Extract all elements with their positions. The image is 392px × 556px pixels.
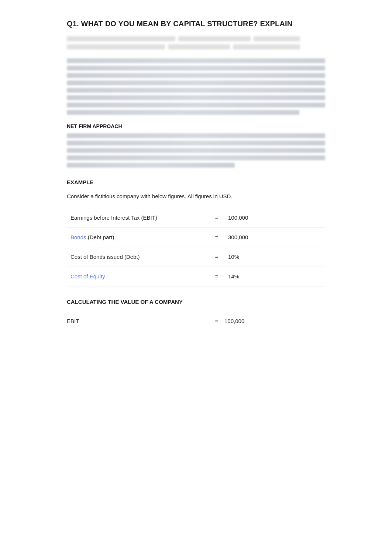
blur-chunk xyxy=(233,44,300,49)
row-equals-cost-bonds: = xyxy=(209,247,224,267)
blur-line xyxy=(67,95,325,100)
blur-line xyxy=(67,155,325,160)
blurred-paragraph-1 xyxy=(67,58,325,115)
blur-line xyxy=(67,103,325,107)
example-section: EXAMPLE Consider a fictitious company wi… xyxy=(67,178,325,286)
blur-row-1 xyxy=(67,36,325,41)
table-row: Earnings before Interest Tax (EBIT) = 10… xyxy=(67,208,325,228)
calc-value-ebit: 100,000 xyxy=(224,317,325,326)
row-equals-ebit: = xyxy=(209,208,224,228)
row-label-ebit: Earnings before Interest Tax (EBIT) xyxy=(67,208,209,228)
calc-heading: CALCULATING THE VALUE OF A COMPANY xyxy=(67,298,325,306)
blur-chunk xyxy=(168,44,230,49)
blur-line xyxy=(67,80,325,85)
row-value-bonds: 300,000 xyxy=(224,228,325,247)
row-value-ebit: 100,000 xyxy=(224,208,325,228)
blur-chunk xyxy=(67,36,175,41)
example-heading: EXAMPLE xyxy=(67,178,325,187)
cost-equity-link[interactable]: Cost of Equity xyxy=(71,273,105,279)
main-title: Q1. WHAT DO YOU MEAN BY CAPITAL STRUCTUR… xyxy=(67,18,325,30)
calc-label-ebit: EBIT xyxy=(67,317,209,326)
blur-row-2 xyxy=(67,44,325,49)
blur-line xyxy=(67,141,325,145)
example-table: Earnings before Interest Tax (EBIT) = 10… xyxy=(67,208,325,286)
blur-chunk xyxy=(178,36,251,41)
bonds-link[interactable]: Bonds xyxy=(71,234,86,240)
row-label-cost-bonds: Cost of Bonds issued (Debt) xyxy=(67,247,209,267)
calc-equals-ebit: = xyxy=(209,317,224,326)
table-row: Cost of Bonds issued (Debt) = 10% xyxy=(67,247,325,267)
row-value-cost-bonds: 10% xyxy=(224,247,325,267)
calc-section: CALCULATING THE VALUE OF A COMPANY EBIT … xyxy=(67,298,325,329)
section-label-net-firm: NET FIRM APPROACH xyxy=(67,122,325,130)
blur-line xyxy=(67,110,299,115)
row-label-bonds: Bonds (Debt part) xyxy=(67,228,209,247)
blurred-intro-area xyxy=(67,36,325,49)
blur-line xyxy=(67,133,325,138)
table-row: Cost of Equity = 14% xyxy=(67,267,325,286)
blur-line xyxy=(67,58,325,63)
row-label-bonds-suffix: (Debt part) xyxy=(88,234,114,240)
page-container: Q1. WHAT DO YOU MEAN BY CAPITAL STRUCTUR… xyxy=(45,0,347,347)
calc-row-ebit: EBIT = 100,000 xyxy=(67,313,325,329)
blur-line xyxy=(67,88,325,93)
blur-line xyxy=(67,163,235,168)
blur-line xyxy=(67,66,325,71)
blurred-paragraph-2 xyxy=(67,133,325,168)
example-intro-text: Consider a fictitious company with below… xyxy=(67,192,325,201)
blur-chunk xyxy=(67,44,165,49)
blur-line xyxy=(67,148,325,153)
blur-chunk xyxy=(254,36,300,41)
row-equals-bonds: = xyxy=(209,228,224,247)
table-row: Bonds (Debt part) = 300,000 xyxy=(67,228,325,247)
row-equals-cost-equity: = xyxy=(209,267,224,286)
blur-line xyxy=(67,73,325,78)
row-value-cost-equity: 14% xyxy=(224,267,325,286)
row-label-cost-equity: Cost of Equity xyxy=(67,267,209,286)
